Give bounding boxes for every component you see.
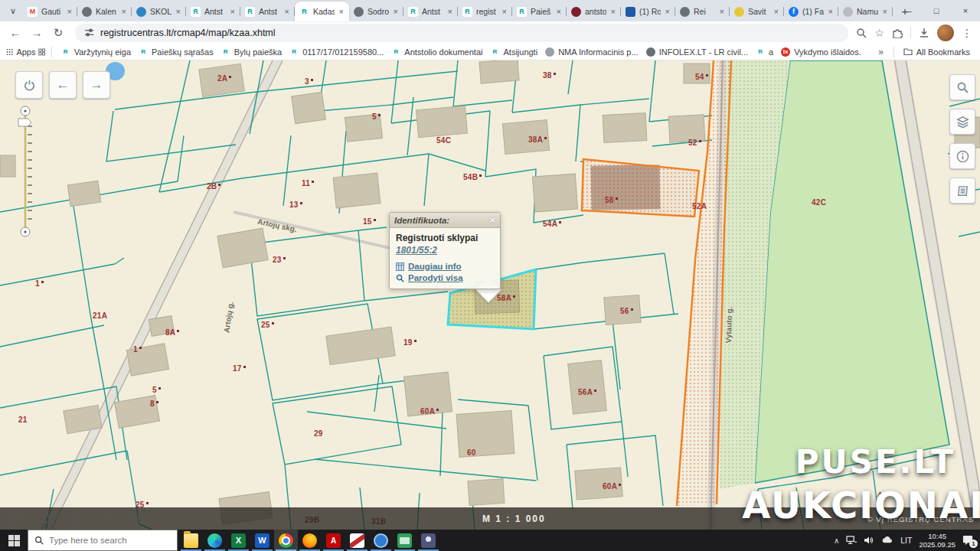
bookmark-item[interactable]: RBylų paieška [217,47,286,57]
browser-tab[interactable]: f(1) Fa× [784,2,838,21]
bookmark-star-icon[interactable]: ☆ [874,27,884,39]
parcel-code-link[interactable]: 1801/55:2 [396,245,494,256]
tab-close-icon[interactable]: × [773,7,779,16]
tab-close-icon[interactable]: × [230,7,236,16]
browser-tab[interactable]: Rei× [675,2,730,21]
tab-close-icon[interactable]: × [828,7,834,16]
browser-tab[interactable]: RAntst× [240,2,295,21]
bookmark-item[interactable]: INFOLEX.LT - LR civil... [642,47,752,57]
info-button[interactable] [949,143,975,169]
tab-close-icon[interactable]: × [665,7,671,16]
download-icon[interactable] [919,28,929,38]
tab-close-icon[interactable]: × [121,7,127,16]
bookmark-item[interactable]: Ra [752,47,777,57]
bookmark-item[interactable]: NMA Informacinis p... [541,47,642,57]
onedrive-icon[interactable] [881,536,893,544]
bookmark-item[interactable]: RPaieškų sąrašas [135,47,217,57]
tab-close-icon[interactable]: × [610,7,616,16]
tab-close-icon[interactable]: × [338,7,345,16]
history-back-button[interactable]: ← [49,71,77,99]
zoom-search-icon[interactable] [856,28,867,38]
taskbar-app-excel[interactable]: X [227,530,250,551]
browser-tab[interactable]: Namu× [838,2,893,21]
network-icon[interactable] [846,536,857,545]
address-bar[interactable]: registrucentras.lt/rcmap4/map/kzaa.xhtml [75,24,848,42]
bookmark-item[interactable]: RAtsijungti [486,47,541,57]
cadastral-map[interactable]: 2A35385454C38A5254B2B11131554A5852A42C12… [0,60,980,530]
taskbar-app-app-blue[interactable] [369,530,393,551]
browser-tab[interactable]: RKadas× [295,2,349,21]
bookmark-item[interactable]: RAntstolio dokumentai [387,47,486,57]
language-indicator[interactable]: LIT [900,536,912,545]
bookmark-item[interactable]: 1P-389-(1.3 E.) Dėl... [865,47,867,57]
popup-close-icon[interactable]: × [489,214,495,226]
taskbar-app-file-explorer[interactable] [179,530,203,551]
tab-close-icon[interactable]: × [447,7,453,16]
tab-close-icon[interactable]: × [556,7,562,16]
tab-close-icon[interactable]: × [393,7,399,16]
site-settings-icon[interactable] [84,28,94,37]
tab-title: Antst [204,7,226,16]
tab-search-icon[interactable]: ∨ [5,2,21,19]
show-all-link[interactable]: Parodyti visą [396,273,494,282]
notification-center-icon[interactable]: 1 [962,535,974,546]
taskbar-app-word[interactable]: W [250,530,274,551]
taskbar-app-app-violet[interactable] [416,530,440,551]
minimize-button[interactable]: — [893,0,922,21]
hidden-icons-chevron[interactable]: ∧ [834,536,839,545]
apps-grid-icon[interactable] [6,47,13,57]
forward-button[interactable]: → [28,26,46,39]
taskbar-search[interactable] [28,530,178,551]
taskbar-app-app-green[interactable] [393,530,416,551]
layers-button[interactable] [949,109,975,135]
close-button[interactable]: × [951,0,980,21]
browser-tab[interactable]: SKOLI× [132,2,186,21]
browser-tab[interactable]: (1) Ro× [621,2,675,21]
blue-tab-icon [626,7,635,17]
browser-tab[interactable]: Rregist× [458,2,512,21]
taskbar-app-app-red[interactable] [345,530,369,551]
browser-tab[interactable]: Kalen× [77,2,132,21]
all-bookmarks-button[interactable]: All Bookmarks [900,47,974,57]
taskbar-app-edge[interactable] [203,530,227,551]
bookmarks-overflow-icon[interactable]: » [874,47,888,57]
zoom-slider[interactable] [17,103,37,241]
zoom-slider-handle[interactable] [18,119,31,126]
power-button[interactable] [15,71,43,99]
extensions-icon[interactable] [892,28,903,38]
browser-tab[interactable]: Savit× [730,2,784,21]
clock[interactable]: 10:45 2025.09.25 [919,532,956,549]
volume-icon[interactable] [864,536,874,545]
apps-label[interactable]: Apps [16,47,35,57]
more-info-link[interactable]: Daugiau info [396,262,494,271]
maximize-button[interactable]: □ [922,0,951,21]
browser-menu-icon[interactable]: ⋮ [962,27,972,39]
taskbar-app-chrome[interactable] [274,530,298,551]
bookmark-item[interactable]: R0117/17/012159580... [286,47,387,57]
browser-tab[interactable]: RAntst× [186,2,240,21]
browser-tab[interactable]: MGauti× [23,2,77,21]
legend-button[interactable] [949,178,975,204]
browser-tab[interactable]: Sodro× [349,2,403,21]
bookmark-item[interactable]: RVaržytynių eiga [57,47,135,57]
tab-close-icon[interactable]: × [67,7,73,16]
taskbar-app-firefox[interactable] [298,530,322,551]
history-forward-button[interactable]: → [83,71,110,99]
map-search-button[interactable] [949,74,975,100]
browser-tab[interactable]: RPaieš× [512,2,567,21]
browser-tab[interactable]: antsto× [567,2,621,21]
tab-close-icon[interactable]: × [719,7,725,16]
back-button[interactable]: ← [6,26,24,39]
tab-close-icon[interactable]: × [882,7,888,16]
tab-close-icon[interactable]: × [284,7,290,16]
profile-avatar[interactable] [937,24,954,41]
taskbar-app-acrobat[interactable]: A [322,530,345,551]
tab-close-icon[interactable]: × [175,7,181,16]
browser-tab[interactable]: RAntst× [403,2,458,21]
start-button[interactable] [0,530,28,551]
tab-close-icon[interactable]: × [501,7,508,16]
bookmark-item[interactable]: IxVykdymo išlaidos. [777,47,865,57]
reload-button[interactable]: ↻ [49,26,67,40]
tiles-icon[interactable] [38,47,45,57]
taskbar-search-input[interactable] [49,536,156,545]
